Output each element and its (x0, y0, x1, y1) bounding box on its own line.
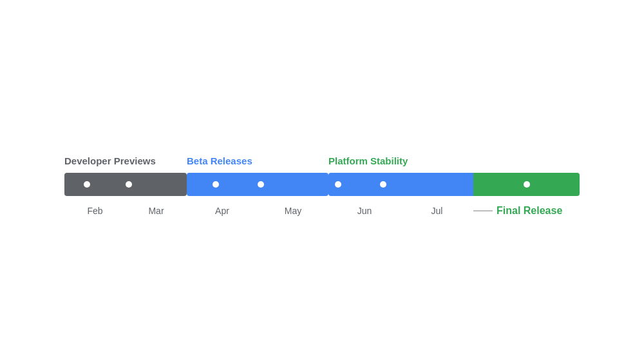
month-jul: Jul (401, 206, 473, 216)
beta-label: Beta Releases (187, 155, 328, 166)
stability-dot-1 (335, 181, 341, 188)
months-row: Feb Mar Apr May Jun Jul Final Release (64, 205, 580, 217)
final-release-month: Final Release (473, 205, 580, 217)
month-mar: Mar (126, 206, 187, 216)
dev-preview-label: Developer Previews (64, 155, 187, 166)
dev-preview-dot-1 (84, 181, 90, 188)
month-apr: Apr (187, 206, 258, 216)
final-release-bar (473, 173, 580, 196)
dev-preview-bar (64, 173, 187, 196)
month-feb: Feb (64, 206, 126, 216)
timeline-bars-row (64, 173, 580, 196)
dev-preview-dot-2 (126, 181, 132, 188)
section-labels-row: Developer Previews Beta Releases Platfor… (64, 147, 580, 166)
final-release-dot (524, 181, 530, 188)
beta-dot-1 (213, 181, 219, 188)
stability-wrapper (328, 173, 580, 196)
timeline-chart: Developer Previews Beta Releases Platfor… (64, 147, 580, 217)
stability-bar (328, 173, 473, 196)
separator-line (473, 210, 493, 211)
month-may: May (258, 206, 328, 216)
platform-stability-label: Platform Stability (328, 155, 473, 166)
month-jun: Jun (328, 206, 401, 216)
beta-dot-2 (258, 181, 264, 188)
beta-bar (187, 173, 328, 196)
stability-dot-2 (380, 181, 386, 188)
final-release-label: Final Release (497, 205, 562, 217)
